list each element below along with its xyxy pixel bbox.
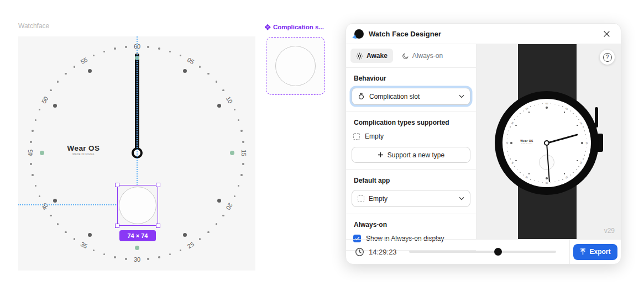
minute-number: 10 [579,121,583,125]
close-button[interactable] [600,28,612,40]
watchface-canvas[interactable]: 051015202530354045505560 Wear OS MADE IN… [18,36,255,271]
time-slider-thumb[interactable] [494,248,502,256]
five-minute-dot [217,199,221,203]
minute-dot [207,231,210,234]
minute-dot [57,81,59,83]
component-slot-circle [275,46,316,86]
tab-awake[interactable]: Awake [350,49,393,63]
export-icon [580,248,586,255]
minute-dot [234,109,236,111]
minute-dot [509,130,510,131]
minute-number: 40 [510,161,514,165]
minute-dot [32,130,34,132]
complication-slot-circle[interactable] [119,187,156,224]
time-slider[interactable] [409,251,556,253]
minute-dot [562,179,563,180]
minute-dot [584,155,585,156]
five-minute-dot [88,69,92,73]
minute-dot [74,66,76,68]
behaviour-select[interactable]: Complication slot [352,88,470,105]
clock-icon [355,247,364,257]
minute-number: 55 [525,107,529,110]
minute-dot [50,89,52,92]
five-minute-dot [577,160,578,162]
minute-dot [158,256,160,258]
quarter-accent-dot [230,151,235,156]
minute-dot [39,195,41,198]
resize-handle-top-left[interactable] [115,183,119,187]
minute-dot [238,185,240,187]
panel-title: Watch Face Designer [369,30,595,38]
minute-dot [514,166,515,167]
minute-dot [507,139,508,140]
minute-dot [514,119,515,120]
minute-dot [216,81,218,83]
minute-dot [509,155,510,156]
watch-preview: Wear OS MADE IN FIGMA 051015202530354045… [477,44,621,239]
minute-dot [30,141,32,143]
preview-brand-text: Wear OS MADE IN FIGMA [520,139,533,144]
resize-handle-bottom-right[interactable] [156,224,160,228]
minute-dot [510,158,511,160]
minute-dot [554,182,556,183]
resize-handle-top-right[interactable] [156,183,160,187]
minute-number: 55 [79,56,88,66]
minute-dot [507,147,508,148]
minute-dot [562,106,563,107]
export-button[interactable]: Export [573,244,617,260]
five-minute-dot [515,160,517,162]
help-button[interactable]: ? [600,50,615,65]
minute-dot [517,116,518,117]
minute-dot [169,51,171,53]
frame-label[interactable]: Watchface [18,22,49,30]
minute-dot [32,174,34,176]
five-minute-dot [53,104,57,108]
mode-tabs: Awake Always-on [346,44,476,68]
plus-icon [378,152,384,158]
tab-always-on[interactable]: Always-on [396,49,448,63]
minute-dot [570,110,571,112]
minute-dot [538,182,539,183]
minute-dot [583,126,584,128]
empty-slot-icon [353,133,360,140]
minute-dot [507,151,509,152]
minute-dot [147,258,149,260]
five-minute-dot [528,112,530,113]
minute-dot [114,47,116,50]
minute-dot [147,46,149,48]
preview-dial: Wear OS MADE IN FIGMA 051015202530354045… [502,99,591,187]
minute-dot [583,158,584,160]
component-label[interactable]: Complication s... [265,24,324,30]
component-master-frame[interactable] [266,37,325,95]
default-app-select[interactable]: Empty [352,190,470,207]
watch-face-designer-panel: Watch Face Designer [345,23,621,264]
minute-dot [222,89,224,92]
minute-number: 15 [240,150,247,156]
support-new-type-button[interactable]: Support a new type [352,147,470,163]
five-minute-dot [53,199,57,203]
complication-types-section: Complication types supported Empty Suppo… [346,112,476,170]
empty-slot-icon [358,195,364,202]
watch-bezel: Wear OS MADE IN FIGMA 051015202530354045… [495,91,599,195]
resize-handle-bottom-left[interactable] [115,224,119,228]
minute-dot [199,238,201,240]
complication-slot-selection[interactable] [117,185,158,226]
minute-dot [93,55,95,57]
type-item-empty[interactable]: Empty [353,132,470,140]
minute-dot [114,256,116,258]
five-minute-dot [564,173,566,174]
minute-dot [534,105,535,106]
quarter-accent-dot [40,151,45,156]
minute-dot [585,151,587,152]
minute-dot [65,73,67,75]
minute-dot [50,215,52,217]
minute-number: 50 [510,121,514,125]
size-badge: 74 × 74 [119,230,156,241]
alignment-guide-vertical [137,36,138,185]
minute-dot [551,103,552,104]
minute-dot [558,181,559,182]
preview-hand-pivot [544,140,549,146]
minute-dot [158,47,160,50]
alignment-guide-horizontal [18,204,118,205]
minute-dot [542,103,543,104]
